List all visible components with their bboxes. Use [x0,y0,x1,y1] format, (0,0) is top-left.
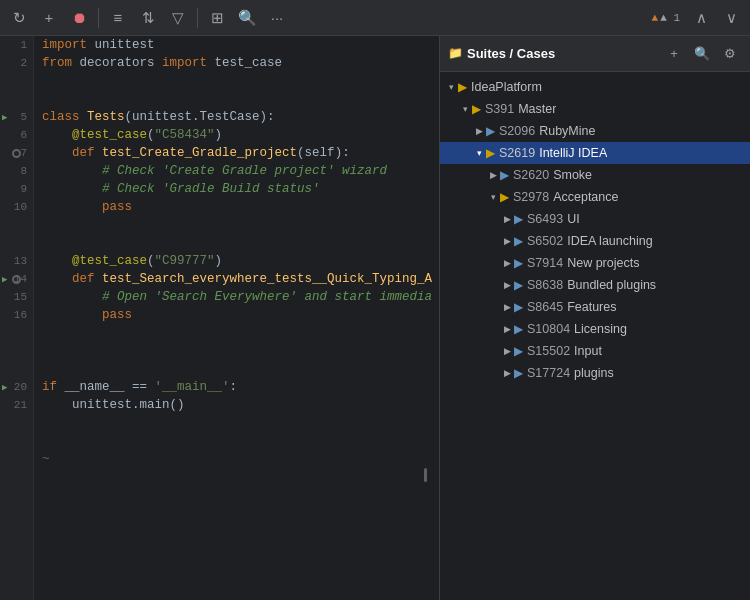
tree-item-s6493[interactable]: ▶ ▶ S6493 UI [440,208,750,230]
filter-button[interactable]: ▽ [165,5,191,31]
code-panel: 1 2 ▶ 5 6 7 8 9 10 13 ▶ 14 15 [0,36,440,600]
item-label-s7914: New projects [567,256,639,270]
chevron-right-icon-s6493: ▶ [500,214,514,224]
chevron-right-icon-s2096: ▶ [472,126,486,136]
folder-blue-icon-s8645: ▶ [514,300,523,314]
item-label-s6493: UI [567,212,580,226]
chevron-right-icon-s2620: ▶ [486,170,500,180]
chevron-right-icon-s8638: ▶ [500,280,514,290]
layout-button[interactable]: ⊞ [204,5,230,31]
panel-add-button[interactable]: + [662,42,686,66]
panel-search-button[interactable]: 🔍 [690,42,714,66]
code-line-24: ~ [42,450,431,468]
gutter-line-24 [0,450,33,468]
code-line-14: def test_Search_everywhere_tests__Quick_… [42,270,431,288]
align-button[interactable]: ≡ [105,5,131,31]
folder-icon-header: 📁 [448,46,463,61]
folder-blue-icon-s6502: ▶ [514,234,523,248]
tree-item-s17724[interactable]: ▶ ▶ S17724 plugins [440,362,750,384]
code-line-8: # Check 'Create Gradle project' wizard [42,162,431,180]
gutter-line-6: 6 [0,126,33,144]
chevron-right-icon-s7914: ▶ [500,258,514,268]
code-line-1: import unittest [42,36,431,54]
scroll-indicator [424,468,427,482]
chevron-up-button[interactable]: ∧ [688,5,714,31]
breakpoint-7[interactable] [12,149,21,158]
item-label-s17724: plugins [574,366,614,380]
code-line-23 [42,432,431,450]
breakpoint-14[interactable] [12,275,21,284]
record-button[interactable]: ⏺ [66,5,92,31]
divider-1 [98,8,99,28]
chevron-down-button[interactable]: ∨ [718,5,744,31]
panel-settings-button[interactable]: ⚙ [718,42,742,66]
item-label-s391: Master [518,102,556,116]
tree-item-s8645[interactable]: ▶ ▶ S8645 Features [440,296,750,318]
item-label-s2096: RubyMine [539,124,595,138]
gutter-line-3 [0,72,33,90]
code-line-16: pass [42,306,431,324]
tree-item-ideaplatform[interactable]: ▾ ▶ IdeaPlatform [440,76,750,98]
tree-item-s8638[interactable]: ▶ ▶ S8638 Bundled plugins [440,274,750,296]
tree-item-s2619[interactable]: ▾ ▶ S2619 IntelliJ IDEA [440,142,750,164]
tree-item-s10804[interactable]: ▶ ▶ S10804 Licensing [440,318,750,340]
item-id-s15502: S15502 [527,344,570,358]
item-id-s6493: S6493 [527,212,563,226]
chevron-right-icon-s10804: ▶ [500,324,514,334]
chevron-right-icon-s17724: ▶ [500,368,514,378]
item-id-s8645: S8645 [527,300,563,314]
item-id-s2978: S2978 [513,190,549,204]
folder-yellow-icon-s391: ▶ [472,102,481,116]
item-label-s2619: IntelliJ IDEA [539,146,607,160]
tree-area: ▾ ▶ IdeaPlatform ▾ ▶ S391 Master ▶ ▶ S20… [440,72,750,600]
sort-button[interactable]: ⇅ [135,5,161,31]
tree-item-s7914[interactable]: ▶ ▶ S7914 New projects [440,252,750,274]
gutter-line-20: ▶ 20 [0,378,33,396]
folder-blue-icon-s8638: ▶ [514,278,523,292]
code-line-20: if __name__ == '__main__': [42,378,431,396]
folder-yellow-icon-s2978: ▶ [500,190,509,204]
run-icon-14[interactable]: ▶ [2,274,7,285]
code-line-5: class Tests(unittest.TestCase): [42,108,431,126]
code-line-7: def test_Create_Gradle_project(self): [42,144,431,162]
tree-item-s2620[interactable]: ▶ ▶ S2620 Smoke [440,164,750,186]
code-line-4 [42,90,431,108]
more-button[interactable]: ··· [264,5,290,31]
code-line-11 [42,216,431,234]
code-line-19 [42,360,431,378]
chevron-right-icon-s8645: ▶ [500,302,514,312]
item-id-s391: S391 [485,102,514,116]
gutter-line-2: 2 [0,54,33,72]
tree-item-s15502[interactable]: ▶ ▶ S15502 Input [440,340,750,362]
run-icon-5[interactable]: ▶ [2,112,7,123]
item-label-s2620: Smoke [553,168,592,182]
code-content: import unittest from decorators import t… [34,36,439,482]
code-line-9: # Check 'Gradle Build status' [42,180,431,198]
item-id-s2096: S2096 [499,124,535,138]
item-id-s6502: S6502 [527,234,563,248]
toolbar: ↻ + ⏺ ≡ ⇅ ▽ ⊞ 🔍 ··· ▲ ▲ 1 ∧ ∨ [0,0,750,36]
item-label-s6502: IDEA launching [567,234,652,248]
run-icon-20[interactable]: ▶ [2,382,7,393]
panel-title: Suites / Cases [467,46,658,61]
search-button[interactable]: 🔍 [234,5,260,31]
gutter-line-8: 8 [0,162,33,180]
refresh-button[interactable]: ↻ [6,5,32,31]
gutter-line-21: 21 [0,396,33,414]
tree-item-s6502[interactable]: ▶ ▶ S6502 IDEA launching [440,230,750,252]
item-id-s2620: S2620 [513,168,549,182]
gutter-line-22 [0,414,33,432]
folder-blue-icon-s6493: ▶ [514,212,523,226]
chevron-down-icon-s2619: ▾ [472,148,486,158]
tree-item-s2978[interactable]: ▾ ▶ S2978 Acceptance [440,186,750,208]
chevron-right-icon-s6502: ▶ [500,236,514,246]
tree-item-s2096[interactable]: ▶ ▶ S2096 RubyMine [440,120,750,142]
code-line-6: @test_case("C58434") [42,126,431,144]
code-line-22 [42,414,431,432]
folder-blue-icon-s10804: ▶ [514,322,523,336]
gutter-line-7: 7 [0,144,33,162]
chevron-down-icon-s2978: ▾ [486,192,500,202]
add-button[interactable]: + [36,5,62,31]
error-badge: ▲ ▲ 1 [648,12,684,24]
tree-item-s391[interactable]: ▾ ▶ S391 Master [440,98,750,120]
